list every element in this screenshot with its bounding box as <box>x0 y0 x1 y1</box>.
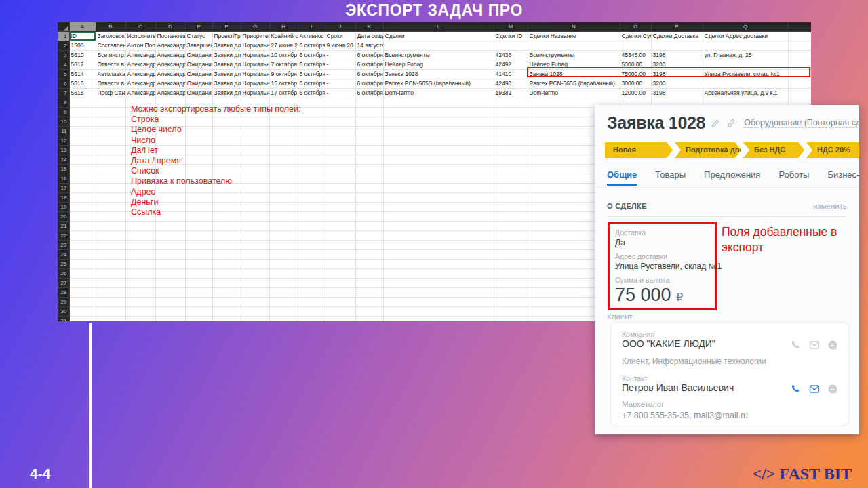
cell-I26[interactable] <box>298 269 325 279</box>
cell-A7[interactable]: 5618 <box>69 89 96 98</box>
cell-C25[interactable] <box>125 260 155 269</box>
cell-I5[interactable]: 6 октября <box>298 70 325 79</box>
cell-F7[interactable]: Заявки дл <box>212 89 241 98</box>
row-header-24[interactable]: 24 <box>58 250 69 260</box>
cell-A27[interactable] <box>69 279 96 288</box>
cell-I30[interactable] <box>298 307 325 317</box>
cell-M22[interactable] <box>494 231 528 241</box>
cell-C21[interactable] <box>125 222 155 231</box>
cell-K25[interactable] <box>355 260 383 269</box>
row-header-6[interactable]: 6 <box>58 79 69 89</box>
cell-M15[interactable] <box>494 165 528 174</box>
cell-J12[interactable] <box>325 136 355 146</box>
cell-J18[interactable] <box>325 193 355 203</box>
cell-H5[interactable]: 9 октября <box>269 70 298 79</box>
cell-A19[interactable] <box>69 203 96 212</box>
cell-B22[interactable] <box>96 231 125 241</box>
cell-F1[interactable]: Проект/Гр <box>212 32 241 41</box>
cell-K19[interactable] <box>355 203 383 212</box>
cell-I21[interactable] <box>298 222 325 231</box>
cell-L1[interactable]: Сделки <box>383 32 494 41</box>
cell-G26[interactable] <box>241 269 269 279</box>
chat-icon[interactable] <box>827 384 838 394</box>
row-header-4[interactable]: 4 <box>58 60 69 70</box>
cell-J7[interactable]: - <box>325 89 355 98</box>
row-header-21[interactable]: 21 <box>58 222 69 231</box>
cell-A10[interactable] <box>69 117 96 127</box>
cell-M7[interactable]: 19382 <box>494 89 528 98</box>
cell-D1[interactable]: Постановщик <box>155 32 185 41</box>
cell-D7[interactable]: Александр <box>155 89 185 98</box>
cell-B25[interactable] <box>96 260 125 269</box>
cell-I25[interactable] <box>298 260 325 269</box>
row-header-28[interactable]: 28 <box>58 288 69 298</box>
cell-B6[interactable]: Отвести в <box>96 79 125 89</box>
cell-E26[interactable] <box>185 269 212 279</box>
cell-I10[interactable] <box>298 117 325 127</box>
cell-B16[interactable] <box>96 174 125 184</box>
column-header-F[interactable]: F <box>212 22 241 32</box>
cell-B11[interactable] <box>96 127 125 136</box>
cell-D31[interactable] <box>155 317 185 322</box>
cell-L23[interactable] <box>383 241 494 250</box>
cell-C28[interactable] <box>125 288 155 298</box>
row-header-27[interactable]: 27 <box>58 279 69 288</box>
cell-B14[interactable] <box>96 155 125 165</box>
cell-A3[interactable]: 5610 <box>69 51 96 60</box>
cell-J27[interactable] <box>325 279 355 288</box>
cell-Q3[interactable]: ул. Главная, д. 25 <box>703 51 788 60</box>
cell-B15[interactable] <box>96 165 125 174</box>
cell-J29[interactable] <box>325 298 355 307</box>
cell-J30[interactable] <box>325 307 355 317</box>
cell-I6[interactable]: 6 октября <box>298 79 325 89</box>
cell-G28[interactable] <box>241 288 269 298</box>
cell-I11[interactable] <box>298 127 325 136</box>
cell-A24[interactable] <box>69 250 96 260</box>
column-header-A[interactable]: A <box>69 22 96 32</box>
cell-G31[interactable] <box>241 317 269 322</box>
cell-C7[interactable]: Александр <box>125 89 155 98</box>
cell-J16[interactable] <box>325 174 355 184</box>
row-header-17[interactable]: 17 <box>58 184 69 193</box>
cell-J2[interactable]: 9 июня 20 <box>325 41 355 51</box>
cell-A31[interactable] <box>69 317 96 322</box>
cell-K9[interactable] <box>355 108 383 117</box>
cell-G24[interactable] <box>241 250 269 260</box>
row-header-31[interactable]: 31 <box>58 317 69 322</box>
cell-B27[interactable] <box>96 279 125 288</box>
cell-N2[interactable] <box>528 41 620 51</box>
cell-M24[interactable] <box>494 250 528 260</box>
cell-A13[interactable] <box>69 146 96 155</box>
cell-I2[interactable]: 6 октября <box>298 41 325 51</box>
cell-K31[interactable] <box>355 317 383 322</box>
cell-G1[interactable]: Приоритет <box>241 32 269 41</box>
cell-J3[interactable]: - <box>325 51 355 60</box>
cell-I15[interactable] <box>298 165 325 174</box>
cell-I29[interactable] <box>298 298 325 307</box>
cell-D6[interactable]: Александр <box>155 79 185 89</box>
cell-L22[interactable] <box>383 231 494 241</box>
cell-J10[interactable] <box>325 117 355 127</box>
cell-L2[interactable] <box>383 41 494 51</box>
cell-Q2[interactable] <box>703 41 788 51</box>
cell-K16[interactable] <box>355 174 383 184</box>
cell-I27[interactable] <box>298 279 325 288</box>
cell-C26[interactable] <box>125 269 155 279</box>
cell-J20[interactable] <box>325 212 355 222</box>
cell-H4[interactable]: 7 октября <box>269 60 298 70</box>
cell-F31[interactable] <box>212 317 241 322</box>
cell-E22[interactable] <box>185 231 212 241</box>
tab-1[interactable]: Товары <box>655 169 686 186</box>
cell-J8[interactable] <box>325 98 355 108</box>
cell-N1[interactable]: Сделки Название <box>528 32 620 41</box>
cell-K28[interactable] <box>355 288 383 298</box>
cell-J6[interactable]: - <box>325 79 355 89</box>
cell-L6[interactable]: Panrex PCN-565S (барабанный) <box>383 79 494 89</box>
cell-L31[interactable] <box>383 317 494 322</box>
mail-icon[interactable] <box>809 384 820 394</box>
cell-I7[interactable]: 6 октября <box>298 89 325 98</box>
cell-K23[interactable] <box>355 241 383 250</box>
row-header-20[interactable]: 20 <box>58 212 69 222</box>
cell-B20[interactable] <box>96 212 125 222</box>
cell-J15[interactable] <box>325 165 355 174</box>
